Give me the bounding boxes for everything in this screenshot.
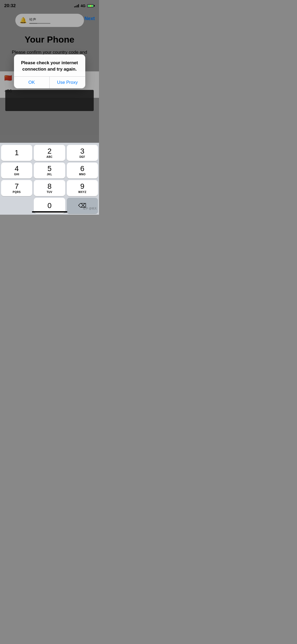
key-8-num: 8 xyxy=(48,183,52,190)
use-proxy-button[interactable]: Use Proxy xyxy=(50,77,85,88)
key-5-letters: JKL xyxy=(47,173,52,176)
key-2[interactable]: 2 ABC xyxy=(34,145,65,161)
signal-icon xyxy=(74,4,79,7)
home-indicator xyxy=(32,211,67,213)
alert-modal: Please check your internet connection an… xyxy=(14,54,85,89)
key-1[interactable]: 1 xyxy=(1,145,32,161)
key-7[interactable]: 7 PQRS xyxy=(1,180,32,196)
network-label: 4G xyxy=(81,4,86,8)
key-9[interactable]: 9 WXYZ xyxy=(67,180,98,196)
key-4[interactable]: 4 GHI xyxy=(1,163,32,179)
key-6[interactable]: 6 MNO xyxy=(67,163,98,179)
watermark: 知乎 @明天 xyxy=(83,207,97,210)
key-6-letters: MNO xyxy=(79,173,86,176)
key-3[interactable]: 3 DEF xyxy=(67,145,98,161)
key-9-letters: WXYZ xyxy=(78,191,86,194)
key-8[interactable]: 8 TUV xyxy=(34,180,65,196)
key-8-letters: TUV xyxy=(47,191,53,194)
key-2-num: 2 xyxy=(48,148,52,155)
status-icons: 4G ⚡ xyxy=(74,4,95,8)
key-5-num: 5 xyxy=(48,165,52,172)
status-bar: 20:32 4G ⚡ xyxy=(0,0,99,12)
key-9-num: 9 xyxy=(80,183,84,190)
modal-message: Please check your internet connection an… xyxy=(21,60,78,72)
key-7-num: 7 xyxy=(15,183,19,190)
key-4-letters: GHI xyxy=(14,173,19,176)
key-3-num: 3 xyxy=(80,148,84,155)
key-0-num: 0 xyxy=(48,202,52,209)
key-3-letters: DEF xyxy=(79,155,85,158)
key-7-letters: PQRS xyxy=(13,191,21,194)
key-delete[interactable]: ⌫ xyxy=(67,198,98,214)
key-5[interactable]: 5 JKL xyxy=(34,163,65,179)
modal-overlay: Please check your internet connection an… xyxy=(0,0,99,143)
modal-actions: OK Use Proxy xyxy=(14,76,85,88)
keyboard-row-3: 7 PQRS 8 TUV 9 WXYZ xyxy=(1,180,98,196)
key-1-num: 1 xyxy=(15,149,19,157)
battery-icon: ⚡ xyxy=(87,4,95,7)
keyboard-row-1: 1 2 ABC 3 DEF xyxy=(1,145,98,161)
keyboard-row-2: 4 GHI 5 JKL 6 MNO xyxy=(1,163,98,179)
modal-body: Please check your internet connection an… xyxy=(14,54,85,77)
numeric-keyboard: 1 2 ABC 3 DEF 4 GHI 5 JKL 6 MNO 7 PQRS xyxy=(0,143,99,215)
ok-button[interactable]: OK xyxy=(14,77,50,88)
key-6-num: 6 xyxy=(80,165,84,172)
key-2-letters: ABC xyxy=(46,155,53,158)
status-time: 20:32 xyxy=(4,3,16,8)
key-empty xyxy=(1,198,32,214)
key-4-num: 4 xyxy=(15,165,19,172)
